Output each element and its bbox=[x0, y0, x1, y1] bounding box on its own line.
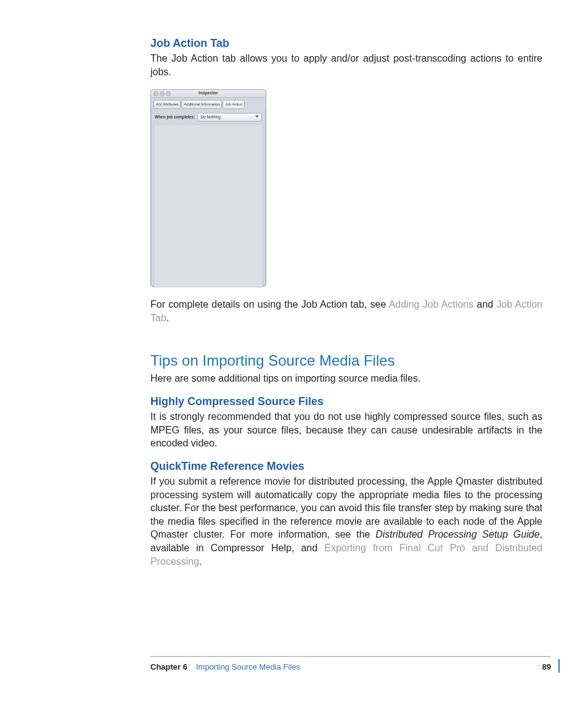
link-adding-job-actions[interactable]: Adding Job Actions bbox=[389, 299, 474, 310]
inspector-titlebar: Inspector bbox=[151, 90, 266, 98]
heading-highly-compressed: Highly Compressed Source Files bbox=[150, 394, 542, 409]
window-traffic-lights bbox=[153, 91, 171, 96]
inspector-tabs: A/V Attributes Additional Information Jo… bbox=[151, 98, 266, 109]
paragraph: If you submit a reference movie for dist… bbox=[150, 475, 542, 568]
heading-quicktime-reference: QuickTime Reference Movies bbox=[150, 459, 542, 474]
paragraph: Here are some additional tips on importi… bbox=[150, 372, 542, 385]
footer-page-number: 89 bbox=[542, 662, 551, 673]
text-italic: Distributed Processing Setup Guide bbox=[375, 529, 539, 540]
paragraph: The Job Action tab allows you to apply a… bbox=[150, 52, 542, 78]
text: . bbox=[166, 313, 169, 323]
paragraph: It is strongly recommended that you do n… bbox=[150, 410, 542, 450]
heading-job-action-tab: Job Action Tab bbox=[150, 36, 542, 51]
heading-tips-importing: Tips on Importing Source Media Files bbox=[150, 351, 542, 371]
inspector-body bbox=[153, 125, 263, 287]
inspector-title: Inspector bbox=[198, 91, 218, 95]
inspector-screenshot: Inspector A/V Attributes Additional Info… bbox=[150, 89, 542, 287]
text: and bbox=[473, 299, 496, 310]
text: For complete details on using the Job Ac… bbox=[150, 299, 389, 310]
tab-additional-information[interactable]: Additional Information bbox=[181, 100, 222, 109]
footer-accent-rule bbox=[558, 659, 560, 673]
footer-chapter-name: Importing Source Media Files bbox=[196, 662, 300, 673]
paragraph: For complete details on using the Job Ac… bbox=[150, 298, 542, 324]
label-when-job-completes: When job completes: bbox=[155, 115, 195, 120]
footer-chapter: Chapter 6 bbox=[150, 662, 187, 673]
tab-av-attributes[interactable]: A/V Attributes bbox=[153, 100, 181, 109]
select-job-complete-action[interactable]: Do Nothing bbox=[197, 113, 262, 122]
page-footer: Chapter 6 Importing Source Media Files 8… bbox=[150, 656, 551, 673]
text: . bbox=[199, 556, 202, 567]
tab-job-action[interactable]: Job Action bbox=[223, 100, 245, 109]
